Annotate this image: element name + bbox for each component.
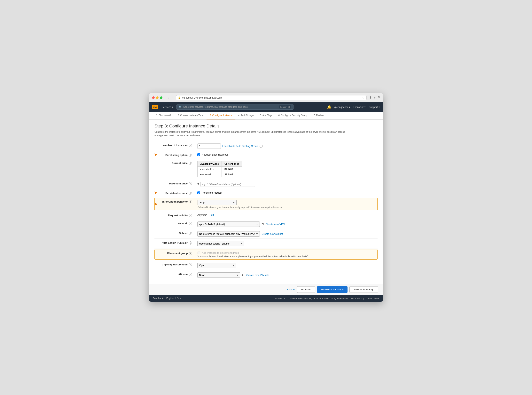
price-row-2: eu-central-1b $1.1469 [198, 172, 242, 177]
form-section: Number of instances i Launch into Auto S… [155, 141, 377, 280]
interruption-behavior-info-icon[interactable]: i [189, 200, 192, 203]
minimize-button[interactable] [156, 96, 159, 99]
maximum-price-label: Maximum price i [155, 181, 193, 185]
wizard-step-1[interactable]: 1. Choose AMI [153, 112, 175, 120]
request-valid-to-info-icon[interactable]: i [189, 214, 192, 217]
number-of-instances-label: Number of instances i [155, 143, 193, 147]
support-menu[interactable]: Support ▾ [369, 106, 380, 109]
iam-role-info-icon[interactable]: i [189, 273, 192, 276]
capacity-reservation-control: Open None Select existing reservation [193, 262, 377, 268]
next-add-storage-button[interactable]: Next: Add Storage [349, 286, 378, 293]
forward-button[interactable]: › [171, 96, 173, 100]
price-row-1: eu-central-1a $1.1469 [198, 167, 242, 172]
wizard-step-5[interactable]: 5. Add Tags [257, 112, 275, 120]
previous-button[interactable]: Previous [297, 286, 315, 293]
region-menu[interactable]: Frankfurt ▾ [353, 106, 366, 109]
review-launch-button[interactable]: Review and Launch [317, 286, 348, 293]
persistent-request-checkbox-label: Persistent request [202, 191, 222, 194]
subnet-label: Subnet i [155, 231, 193, 235]
feedback-link[interactable]: Feedback [153, 297, 163, 300]
maximize-button[interactable] [160, 96, 162, 99]
aws-search-bar[interactable]: 🔍 [Option+S] [177, 104, 294, 110]
copyright-text: © 2008 - 2021, Amazon Web Services, Inc.… [275, 297, 349, 300]
subnet-control: No preference (default subnet in any Ava… [193, 231, 377, 236]
browser-actions: ⬆ ＋ ⧉ [369, 96, 380, 100]
privacy-policy-link[interactable]: Privacy Policy [351, 297, 364, 300]
placement-group-checkbox[interactable] [198, 252, 200, 254]
network-info-icon[interactable]: i [189, 222, 192, 225]
region-chevron-icon: ▾ [364, 106, 366, 109]
search-icon: 🔍 [179, 106, 182, 109]
maximum-price-input[interactable] [200, 182, 255, 187]
aws-logo: aws [152, 105, 158, 109]
iam-role-control: None ↻ Create new IAM role [193, 272, 377, 278]
placement-group-control: Add instance to placement group You can … [194, 251, 375, 258]
back-button[interactable]: ‹ [167, 96, 169, 100]
terms-of-use-link[interactable]: Terms of Use [366, 297, 379, 300]
auto-assign-ip-info-icon[interactable]: i [189, 241, 192, 245]
tabs-icon[interactable]: ⧉ [378, 96, 380, 100]
purchasing-option-info-icon[interactable]: i [189, 154, 192, 157]
launch-asg-link[interactable]: Launch into Auto Scaling Group [222, 145, 258, 148]
refresh-icon[interactable]: ↻ [362, 96, 365, 99]
subnet-info-icon[interactable]: i [189, 232, 192, 235]
auto-assign-ip-select[interactable]: Use subnet setting (Enable) Enable Disab… [197, 241, 244, 246]
wizard-step-2[interactable]: 2. Choose Instance Type [175, 112, 207, 120]
current-price-info-icon[interactable]: i [189, 162, 192, 165]
create-iam-role-link[interactable]: Create new IAM role [246, 274, 269, 277]
search-input[interactable] [183, 106, 278, 108]
maximum-price-info-icon[interactable]: i [189, 182, 192, 185]
request-valid-to-edit-link[interactable]: Edit [210, 214, 214, 216]
network-control: vpc-c9c144a3 (default) ↻ Create new VPC [193, 221, 377, 227]
number-of-instances-input[interactable] [197, 143, 221, 149]
browser-window: ‹ › 🔒 eu-central-1.console.aws.amazon.co… [149, 93, 383, 302]
address-bar[interactable]: 🔒 eu-central-1.console.aws.amazon.com ↻ [176, 95, 367, 100]
network-select[interactable]: vpc-c9c144a3 (default) [197, 221, 260, 227]
iam-role-refresh-icon[interactable]: ↻ [242, 273, 245, 277]
page-title: Step 3: Configure Instance Details [155, 124, 377, 129]
spot-instances-checkbox[interactable] [197, 154, 200, 156]
placement-group-warning: You can only launch an instance into a p… [198, 255, 375, 258]
notification-icon[interactable]: 🔔 [327, 105, 331, 109]
wizard-step-3[interactable]: 3. Configure Instance [207, 112, 235, 120]
interruption-behavior-select[interactable]: Stop Terminate Hibernate [198, 200, 236, 205]
number-of-instances-control: Launch into Auto Scaling Group i [193, 143, 377, 149]
wizard-step-6[interactable]: 6. Configure Security Group [275, 112, 311, 120]
subnet-select[interactable]: No preference (default subnet in any Ava… [197, 231, 260, 236]
persistent-request-checkbox[interactable] [197, 192, 200, 194]
wizard-step-4[interactable]: 4. Add Storage [235, 112, 257, 120]
capacity-reservation-info-icon[interactable]: i [189, 263, 192, 266]
persistent-request-row: ➤ Persistent request i Persistent reques… [155, 189, 377, 197]
persistent-request-info-icon[interactable]: i [189, 192, 192, 195]
placement-group-info-icon[interactable]: i [189, 252, 192, 255]
network-refresh-icon[interactable]: ↻ [261, 222, 264, 226]
maximum-price-row: Maximum price i $ [155, 179, 377, 189]
create-subnet-link[interactable]: Create new subnet [262, 232, 283, 235]
number-of-instances-info-icon[interactable]: i [189, 144, 192, 147]
placement-group-row: Placement group i Add instance to placem… [155, 249, 377, 260]
footer: Feedback English (US) ▾ © 2008 - 2021, A… [149, 295, 383, 302]
iam-role-select[interactable]: None [197, 272, 240, 278]
new-tab-icon[interactable]: ＋ [373, 96, 376, 100]
wizard-step-7[interactable]: 7. Review [311, 112, 327, 120]
search-shortcut: [Option+S] [279, 105, 291, 109]
capacity-reservation-row: Capacity Reservation i Open None Select … [155, 260, 377, 270]
user-menu[interactable]: glenn.jocher ▾ [334, 106, 350, 109]
close-button[interactable] [152, 96, 155, 99]
aws-navbar: aws Services ▾ 🔍 [Option+S] 🔔 glenn.joch… [149, 102, 383, 112]
cancel-button[interactable]: Cancel [287, 288, 295, 291]
share-icon[interactable]: ⬆ [369, 96, 371, 100]
placement-group-checkbox-label: Add instance to placement group [202, 251, 239, 254]
az-cell-2: eu-central-1b [198, 172, 222, 177]
traffic-lights [152, 96, 162, 99]
language-selector[interactable]: English (US) ▾ [166, 297, 181, 300]
asg-info-icon[interactable]: i [260, 145, 263, 148]
browser-controls: ‹ › [167, 96, 174, 100]
capacity-reservation-select[interactable]: Open None Select existing reservation [197, 263, 236, 268]
services-menu[interactable]: Services ▾ [161, 106, 173, 109]
purchasing-option-label: Purchasing option i [155, 153, 193, 157]
lock-icon: 🔒 [178, 96, 181, 99]
services-chevron-icon: ▾ [172, 106, 173, 109]
create-vpc-link[interactable]: Create new VPC [266, 223, 285, 226]
footer-left: Feedback English (US) ▾ [153, 297, 181, 300]
